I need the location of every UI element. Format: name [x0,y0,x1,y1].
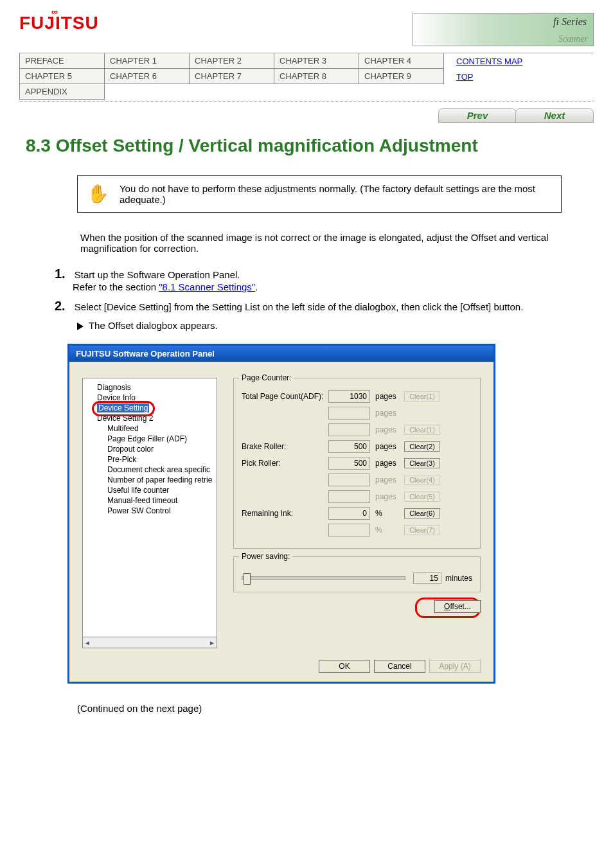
row-unit: pages [375,475,404,484]
row-value: 500 [328,440,370,453]
clear-button-6: Clear(4) [404,475,440,485]
clear-button-3: Clear(1) [404,425,440,435]
step-1-ref: Refer to the section "8.1 Scanner Settin… [73,281,258,292]
fujitsu-logo: ∞ FUJITSU [19,13,90,33]
row-label: Remaining Ink: [242,509,328,518]
tab-chapter-1[interactable]: CHAPTER 1 [104,53,190,69]
tab-chapter-2[interactable]: CHAPTER 2 [189,53,274,69]
tab-preface[interactable]: PREFACE [19,53,105,69]
continued-note: (Continued on the next page) [77,703,594,714]
attention-hand-icon: ✋ [83,181,113,207]
row-unit: pages [375,425,404,434]
step-1: 1. Start up the Software Operation Panel… [55,267,594,292]
clear-button-1: Clear(1) [404,391,440,402]
row-unit: pages [375,459,404,468]
page-counter-row: %Clear(7) [242,524,472,536]
tree-scrollbar[interactable]: ◄ ► [82,637,217,648]
row-unit: pages [375,409,404,418]
top-link[interactable]: TOP [456,72,474,82]
dialog-titlebar: FUJITSU Software Operation Panel [69,346,493,362]
row-label: Brake Roller: [242,442,328,451]
step-1-number: 1. [55,267,66,281]
row-unit: % [375,509,404,518]
page-counter-row: pagesClear(1) [242,423,472,436]
tab-chapter-3[interactable]: CHAPTER 3 [274,53,359,69]
page-counter-row: Brake Roller:500pagesClear(2) [242,440,472,453]
row-value: 500 [328,457,370,470]
tree-pre-pick[interactable]: Pre-Pick [85,454,214,465]
row-unit: pages [375,392,404,401]
power-saving-value: 15 [413,572,441,584]
tree-power-sw-control[interactable]: Power SW Control [85,506,214,516]
page-counter-row: Pick Roller:500pagesClear(3) [242,457,472,470]
page-counter-row: Total Page Count(ADF):1030pagesClear(1) [242,390,472,403]
tab-chapter-8[interactable]: CHAPTER 8 [274,69,359,84]
tab-chapter-4[interactable]: CHAPTER 4 [359,53,444,69]
tree-device-info[interactable]: Device Info [85,393,214,403]
clear-button-9: Clear(7) [404,525,440,535]
clear-button-4[interactable]: Clear(2) [404,441,440,452]
tab-chapter-7[interactable]: CHAPTER 7 [189,69,274,84]
row-unit: % [375,526,404,535]
clear-button-8[interactable]: Clear(6) [404,508,440,518]
prev-button[interactable]: Prev [438,108,517,123]
scroll-left-icon[interactable]: ◄ [84,639,91,646]
divider [19,101,594,102]
tree-device-setting-2[interactable]: Device Setting 2 [85,413,214,423]
setting-tree[interactable]: Diagnosis Device Info Device Setting Dev… [82,378,217,637]
banner-series-text: fi Series [553,16,587,28]
page-counter-group: Page Counter: Total Page Count(ADF):1030… [233,378,481,549]
power-saving-slider[interactable] [242,576,405,580]
banner-sub-text: Scanner [558,34,588,44]
row-value [328,407,370,420]
clear-button-5[interactable]: Clear(3) [404,458,440,468]
tree-manual-feed-timeout[interactable]: Manual-feed timeout [85,495,214,506]
tabs: PREFACE CHAPTER 1 CHAPTER 2 CHAPTER 3 CH… [19,53,594,100]
arrow-icon [77,323,84,330]
tree-multifeed[interactable]: Multifeed [85,423,214,434]
offset-button[interactable]: Offset... [434,600,481,613]
power-saving-group: Power saving: 15 minutes [233,556,481,592]
row-value [328,474,370,486]
row-value: 1030 [328,390,370,403]
tab-chapter-9[interactable]: CHAPTER 9 [359,69,444,84]
tab-chapter-5[interactable]: CHAPTER 5 [19,69,105,84]
software-operation-panel-dialog: FUJITSU Software Operation Panel Diagnos… [67,344,495,684]
tree-diagnosis[interactable]: Diagnosis [85,382,214,393]
row-value [328,490,370,503]
step-2: 2. Select [Device Setting] from the Sett… [55,299,594,314]
clear-button-7: Clear(5) [404,492,440,502]
tree-document-check-area[interactable]: Document check area specific [85,465,214,475]
series-banner: fi Series Scanner [413,13,594,46]
scroll-right-icon[interactable]: ► [209,639,215,646]
next-button[interactable]: Next [515,108,594,123]
power-saving-title: Power saving: [239,552,292,561]
row-unit: pages [375,492,404,501]
header: ∞ FUJITSU fi Series Scanner [19,13,594,46]
arrow-note: The Offset dialogbox appears. [77,320,594,331]
tree-paper-feeding-retries[interactable]: Number of paper feeding retrie [85,475,214,485]
logo-text: ∞ FUJITSU [19,13,90,33]
cancel-button[interactable]: Cancel [374,660,425,673]
apply-button: Apply (A) [429,660,481,673]
intro-text: When the position of the scanned image i… [80,232,594,254]
contents-map-link[interactable]: CONTENTS MAP [456,57,522,66]
slider-thumb[interactable] [244,573,251,585]
tree-page-edge-filler[interactable]: Page Edge Filler (ADF) [85,434,214,444]
row-label: Total Page Count(ADF): [242,392,328,401]
step-1-text: Start up the Software Operation Panel. [75,269,240,280]
attention-box: ✋ ATTENTION You do not have to perform t… [77,175,562,213]
tab-appendix[interactable]: APPENDIX [19,84,105,100]
tree-device-setting[interactable]: Device Setting [85,403,214,413]
row-value [328,524,370,536]
row-label: Pick Roller: [242,459,328,468]
page-counter-row: Remaining Ink:0%Clear(6) [242,507,472,520]
tree-dropout-color[interactable]: Dropout color [85,444,214,454]
row-unit: pages [375,442,404,451]
ok-button[interactable]: OK [319,660,370,673]
tab-chapter-6[interactable]: CHAPTER 6 [104,69,190,84]
section-title: 8.3 Offset Setting / Vertical magnificat… [26,136,594,156]
tree-useful-life-counter[interactable]: Useful life counter [85,485,214,495]
scanner-settings-link[interactable]: "8.1 Scanner Settings" [159,281,255,292]
row-value: 0 [328,507,370,520]
